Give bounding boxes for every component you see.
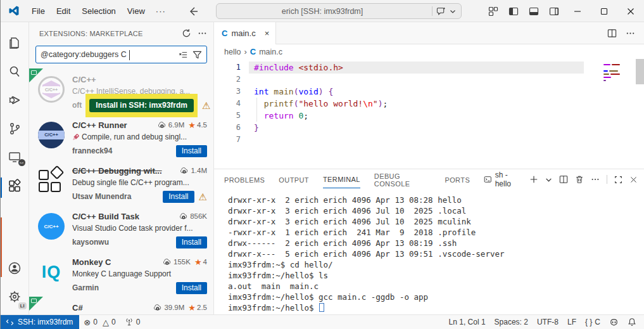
radio-tower-icon: [125, 318, 134, 326]
extension-item-c-c-debugging-wit[interactable]: C/C++ Debugging wit...1.4MDebug single f…: [29, 160, 213, 205]
problems-status[interactable]: ⊗ 0 △ 0: [79, 315, 120, 329]
menu-bar: FileEditSelectionView: [26, 6, 151, 16]
menu-selection[interactable]: Selection: [76, 6, 121, 16]
c-c-runner-extension-icon: C/C++: [38, 122, 65, 148]
extension-item-monkey-c[interactable]: IQMonkey C155K★4Monkey C Language Suppor…: [29, 251, 213, 297]
panel-tabs: PROBLEMSOUTPUTTERMINALDEBUG CONSOLEPORTS: [224, 167, 484, 192]
activity-bar: >< LI: [1, 22, 29, 314]
minimap[interactable]: [603, 64, 633, 83]
maximize-panel-icon[interactable]: [614, 176, 622, 184]
extensions-icon[interactable]: [1, 171, 29, 200]
maximize-button[interactable]: [591, 0, 617, 22]
install-button[interactable]: Install: [176, 145, 207, 157]
extension-item-c-c[interactable]: C/C++C/C++C/C++ IntelliSense, debugging,…: [29, 68, 213, 114]
panel-tab-output[interactable]: OUTPUT: [279, 171, 309, 188]
encoding-status[interactable]: UTF-8: [533, 315, 563, 329]
editor-more-actions-icon[interactable]: [626, 29, 635, 38]
panel-tab-terminal[interactable]: TERMINAL: [323, 171, 360, 188]
install-button[interactable]: Install: [163, 191, 194, 203]
account-icon[interactable]: [1, 254, 29, 282]
code-line-6: 6}: [214, 122, 644, 134]
chevron-down-icon: [450, 8, 456, 15]
tab-close-icon[interactable]: ×: [265, 29, 270, 38]
editor-scrollbar[interactable]: [636, 59, 644, 84]
more-actions-icon[interactable]: [198, 29, 207, 38]
source-control-icon[interactable]: [1, 114, 29, 143]
close-button[interactable]: [617, 0, 644, 22]
extension-search-box[interactable]: [35, 46, 207, 63]
split-editor-icon[interactable]: [607, 29, 617, 38]
code-editor[interactable]: 1#include <stdio.h>23int main(void) {4 p…: [214, 59, 644, 169]
extension-item-c-c-build-task[interactable]: C/C++C/C++ Build Task856KVisual Studio C…: [29, 205, 213, 251]
eol-status[interactable]: LF: [563, 315, 581, 329]
split-terminal-icon[interactable]: [559, 175, 568, 184]
panel-tab-ports[interactable]: PORTS: [445, 171, 470, 188]
warning-icon: ⚠: [199, 192, 207, 202]
extension-search-input[interactable]: [36, 50, 179, 59]
install-button[interactable]: Install: [176, 282, 207, 294]
breadcrumb-file[interactable]: main.c: [259, 48, 282, 56]
breadcrumb[interactable]: hello › C main.c: [214, 44, 644, 59]
toggle-primary-sidebar-icon[interactable]: [503, 0, 524, 22]
extension-item-c-c-runner[interactable]: C/C++C/C++ Runner6.9M★4.5Compile, run an…: [29, 114, 213, 160]
run-and-debug-icon[interactable]: [1, 86, 29, 114]
toggle-panel-icon[interactable]: [524, 0, 544, 22]
remote-explorer-icon[interactable]: ><: [1, 143, 29, 171]
extension-list: C/C++C/C++C/C++ IntelliSense, debugging,…: [29, 68, 213, 314]
settings-gear-icon[interactable]: LI: [1, 282, 29, 311]
terminal-dropdown-icon[interactable]: [545, 176, 552, 183]
clear-search-icon[interactable]: [179, 50, 188, 60]
install-button[interactable]: Install: [176, 236, 207, 248]
extension-name: C/C++: [72, 75, 96, 84]
terminal-line: imx93frdm:~/hello$: [228, 302, 644, 313]
menu-view[interactable]: View: [122, 6, 151, 16]
ports-status[interactable]: 0: [120, 315, 145, 329]
search-icon[interactable]: [1, 57, 29, 86]
back-arrow-icon[interactable]: [183, 0, 203, 22]
panel-more-actions-icon[interactable]: [591, 175, 600, 184]
copilot-chat-button[interactable]: [436, 6, 461, 16]
c-c-build-task-extension-icon: C/C++: [38, 213, 65, 240]
cursor-position-status[interactable]: Ln 1, Col 1: [445, 315, 490, 329]
minimize-button[interactable]: [564, 0, 591, 22]
extension-name: C/C++ Debugging wit...: [72, 166, 162, 176]
terminal-output[interactable]: drwxr-xr-x 2 erich erich 4096 Apr 13 08:…: [214, 190, 644, 314]
refresh-icon[interactable]: [182, 29, 191, 38]
code-line-5: 5 return 0;: [214, 110, 644, 122]
extension-author: Utsav Munendra: [72, 192, 131, 201]
copilot-status-icon[interactable]: [605, 315, 623, 329]
terminal-cursor: [319, 303, 324, 312]
toggle-secondary-sidebar-icon[interactable]: [544, 0, 564, 22]
install-in-ssh-button[interactable]: Install in SSH: imx93frdm: [89, 99, 194, 112]
terminal-instance-label[interactable]: sh - hello: [484, 171, 522, 188]
menu-overflow[interactable]: ···: [151, 6, 171, 16]
profile-badge: LI: [18, 302, 27, 309]
menu-file[interactable]: File: [26, 6, 51, 16]
menu-edit[interactable]: Edit: [51, 6, 76, 16]
explorer-icon[interactable]: [1, 29, 29, 57]
vscode-window: FileEditSelectionView ··· erich [SSH: im…: [0, 0, 644, 329]
tab-main-c[interactable]: C main.c ×: [214, 22, 276, 44]
new-terminal-icon[interactable]: [529, 175, 538, 184]
customize-layout-icon[interactable]: [483, 0, 503, 22]
vscode-logo-icon: [8, 5, 20, 16]
line-number: 4: [214, 98, 241, 110]
command-center[interactable]: erich [SSH: imx93frdm]: [216, 3, 462, 19]
extension-item-c[interactable]: C#39.9M★2.5: [29, 297, 213, 314]
notifications-bell-icon[interactable]: [623, 315, 644, 329]
kill-terminal-icon[interactable]: [575, 175, 584, 184]
panel-tab-debug-console[interactable]: DEBUG CONSOLE: [374, 167, 431, 192]
language-mode-status[interactable]: { } C: [581, 315, 605, 329]
close-panel-icon[interactable]: [629, 176, 638, 184]
filter-icon[interactable]: [193, 50, 202, 60]
panel-tab-problems[interactable]: PROBLEMS: [224, 171, 265, 188]
extension-name: Monkey C: [72, 257, 111, 267]
indentation-status[interactable]: Spaces: 2: [490, 315, 533, 329]
remote-status-button[interactable]: SSH: imx93frdm: [1, 315, 79, 329]
line-number: 2: [214, 74, 241, 86]
download-count: 1.4M: [179, 166, 207, 175]
download-count: 155K: [162, 257, 191, 266]
editor-tab-bar: C main.c ×: [214, 22, 644, 44]
terminal-line: imx93frdm:~/hello$ gcc main.c -ggdb -o a…: [228, 292, 644, 302]
breadcrumb-folder[interactable]: hello: [224, 48, 241, 56]
